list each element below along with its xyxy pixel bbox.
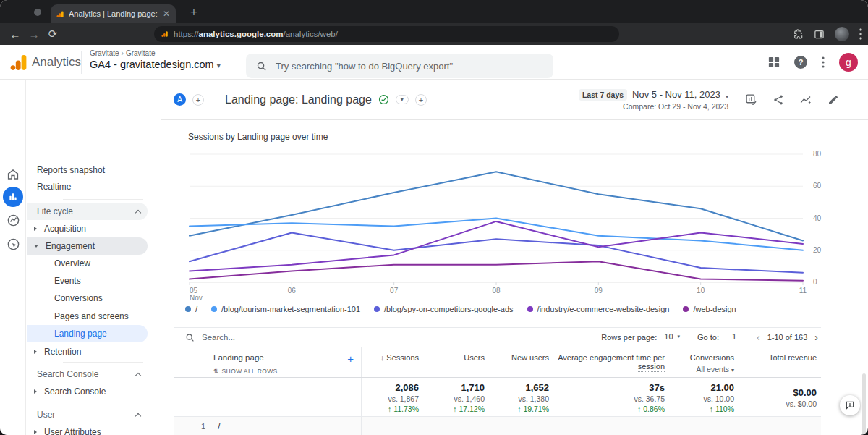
sidebar-section-user[interactable]: User: [27, 406, 148, 423]
column-header-conversions[interactable]: ConversionsAll events ▾: [669, 347, 739, 377]
totals-revenue: $0.00vs. $0.00: [739, 378, 821, 416]
reload-icon[interactable]: ⟳: [43, 28, 62, 41]
home-icon[interactable]: [0, 168, 26, 181]
row-landing-page: /: [218, 422, 220, 431]
date-range-value: Nov 5 - Nov 11, 2023: [632, 89, 720, 100]
chevron-up-icon: [135, 413, 141, 419]
extensions-icon[interactable]: [793, 29, 804, 39]
explore-icon[interactable]: [0, 214, 26, 227]
window-close-button[interactable]: [34, 9, 41, 16]
browser-menu-icon[interactable]: [859, 28, 862, 40]
column-header-sessions[interactable]: ↓Sessions: [362, 347, 423, 377]
new-tab-button[interactable]: +: [185, 4, 203, 21]
tab-close-icon[interactable]: ✕: [163, 9, 170, 18]
legend-item[interactable]: /blog/spy-on-competitors-google-ads: [374, 305, 514, 313]
date-range-picker[interactable]: Last 7 days Nov 5 - Nov 11, 2023 ▾: [579, 89, 728, 101]
legend-item[interactable]: /blog/tourism-market-segmentation-101: [211, 305, 360, 313]
legend-item[interactable]: /web-design: [683, 305, 736, 313]
chevron-down-icon: ▾: [678, 334, 681, 339]
reports-icon-active[interactable]: [3, 187, 23, 207]
sidebar-item-search-console[interactable]: Search Console: [27, 383, 148, 400]
report-title: Landing page: Landing page: [225, 93, 372, 106]
expand-triangle-icon: [34, 389, 37, 394]
sidebar-item-acquisition[interactable]: Acquisition: [27, 220, 148, 237]
breadcrumb-chevron: ›: [122, 49, 124, 57]
browser-profile-avatar[interactable]: [835, 27, 849, 41]
sidebar-item-pages-and-screens[interactable]: Pages and screens: [27, 308, 148, 325]
sidebar-item-events[interactable]: Events: [27, 272, 148, 290]
reports-sidebar: Reports snapshot Realtime Life cycle Acq…: [27, 80, 148, 435]
expand-triangle-icon: [34, 430, 37, 434]
x-axis-tick: 10: [697, 287, 705, 295]
column-header-avg-engagement[interactable]: Average engagement time per session: [553, 347, 669, 377]
column-header-users[interactable]: Users: [423, 347, 489, 377]
prev-page-icon[interactable]: ‹: [757, 331, 760, 343]
table-row[interactable]: 1 /: [174, 417, 821, 435]
chevron-down-icon: ▾: [731, 367, 734, 373]
sessions-line-chart[interactable]: 02040608005Nov060708091011: [174, 148, 832, 308]
toolbar-right: [793, 23, 862, 45]
legend-item[interactable]: /industry/e-commerce-website-design: [527, 305, 670, 313]
side-panel-icon[interactable]: [814, 29, 825, 40]
advertising-icon[interactable]: [0, 237, 26, 251]
account-avatar[interactable]: g: [839, 53, 858, 72]
comparison-chip[interactable]: A: [174, 93, 186, 106]
browser-tab[interactable]: Analytics | Landing page: Land ✕: [51, 4, 176, 23]
sidebar-section-search-console[interactable]: Search Console: [27, 366, 148, 383]
rows-per-page-select[interactable]: 10▾: [663, 332, 681, 342]
table-header-row: Landing page + ⇅SHOW ALL ROWS ↓Sessions …: [174, 347, 821, 378]
product-name[interactable]: Analytics: [32, 55, 81, 69]
sidebar-item-landing-page[interactable]: Landing page: [27, 325, 148, 342]
scrollbar-thumb[interactable]: [862, 373, 866, 435]
compare-range: Compare: Oct 29 - Nov 4, 2023: [623, 102, 728, 111]
chevron-down-icon: ▾: [217, 62, 221, 69]
x-axis-sublabel: Nov: [190, 294, 203, 302]
global-search-input[interactable]: Try searching "how to do BigQuery export…: [246, 54, 553, 78]
feedback-button[interactable]: [840, 395, 860, 415]
sort-desc-icon: ↓: [380, 353, 385, 362]
x-axis-tick: 06: [288, 287, 297, 295]
next-page-icon[interactable]: ›: [814, 331, 818, 343]
conversions-event-filter[interactable]: All events ▾: [669, 365, 734, 373]
insights-icon[interactable]: [799, 93, 812, 106]
app-menu-icon[interactable]: [822, 56, 825, 68]
x-axis-tick: 11: [799, 287, 807, 295]
x-axis-tick: 07: [390, 287, 399, 295]
back-icon[interactable]: ←: [6, 28, 25, 41]
tab-strip: Analytics | Landing page: Land ✕ +: [0, 0, 868, 23]
customize-report-icon[interactable]: [745, 93, 757, 106]
legend-dot-icon: [683, 306, 689, 312]
sidebar-item-reports-snapshot[interactable]: Reports snapshot: [27, 161, 148, 179]
edit-pencil-icon[interactable]: [827, 94, 839, 106]
pagination-status: 1-10 of 163: [767, 333, 808, 342]
help-icon[interactable]: ?: [794, 56, 807, 69]
sidebar-item-user-attributes[interactable]: User Attributes: [27, 423, 148, 435]
goto-page-input[interactable]: 1: [725, 332, 744, 342]
share-icon[interactable]: [773, 94, 784, 106]
add-comparison-button[interactable]: +: [192, 94, 204, 106]
sidebar-item-engagement[interactable]: Engagement: [27, 237, 148, 255]
sidebar-section-life-cycle[interactable]: Life cycle: [27, 203, 148, 220]
apps-grid-icon[interactable]: [768, 56, 780, 68]
y-axis-tick: 60: [813, 182, 822, 190]
property-selector[interactable]: GA4 - gravitatedesign.com▾: [90, 59, 221, 70]
column-header-total-revenue[interactable]: Total revenue: [739, 347, 821, 377]
series-line: [190, 261, 803, 281]
sidebar-item-conversions[interactable]: Conversions: [27, 290, 148, 307]
add-column-button[interactable]: +: [347, 352, 354, 365]
column-header-new-users[interactable]: New users: [489, 347, 553, 377]
sidebar-item-overview[interactable]: Overview: [27, 255, 148, 272]
legend-item[interactable]: /: [185, 305, 197, 313]
show-all-rows-button[interactable]: ⇅SHOW ALL ROWS: [213, 368, 278, 375]
series-line: [190, 232, 803, 272]
column-header-landing-page[interactable]: Landing page: [213, 353, 264, 363]
address-bar[interactable]: https://analytics.google.com/analytics/w…: [154, 26, 619, 42]
forward-icon[interactable]: →: [25, 28, 43, 41]
sidebar-item-retention[interactable]: Retention: [27, 343, 148, 360]
report-caret-button[interactable]: ▾: [396, 95, 409, 104]
add-report-button[interactable]: +: [415, 94, 427, 106]
totals-new-users: 1,652vs. 1,380↑ 19.71%: [489, 378, 553, 416]
analytics-logo: [10, 54, 28, 72]
table-search-input[interactable]: Search...: [185, 333, 601, 342]
sidebar-item-realtime[interactable]: Realtime: [27, 178, 148, 195]
